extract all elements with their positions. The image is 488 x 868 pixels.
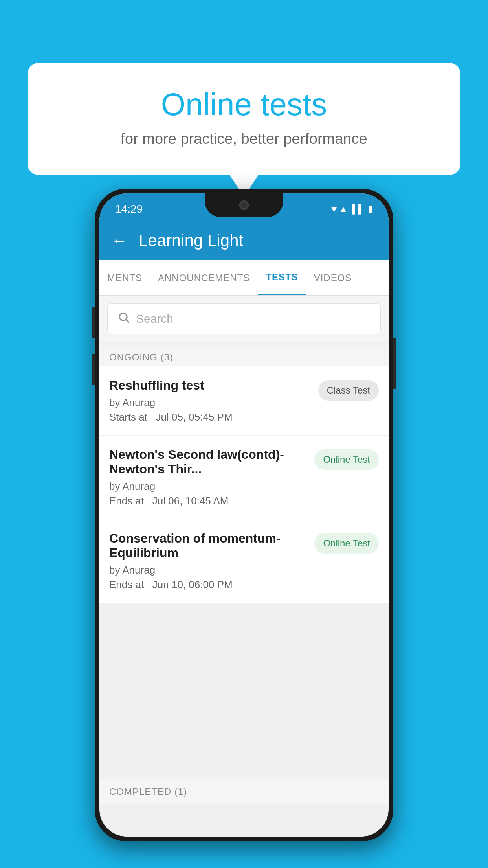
time-label-1: Starts at xyxy=(109,411,147,423)
search-container: Search xyxy=(99,296,389,342)
status-time: 14:29 xyxy=(115,203,143,215)
test-name-2: Newton's Second law(contd)-Newton's Thir… xyxy=(109,447,306,476)
test-item-2[interactable]: Newton's Second law(contd)-Newton's Thir… xyxy=(99,436,389,519)
badge-1: Class Test xyxy=(318,380,379,401)
test-author-3: by Anurag xyxy=(109,564,306,576)
test-time-2: Ends at Jul 06, 10:45 AM xyxy=(109,495,306,507)
time-label-3: Ends at xyxy=(109,579,144,590)
badge-3: Online Test xyxy=(314,533,379,554)
svg-point-0 xyxy=(119,313,127,320)
phone-container: 14:29 ▼▲ ▌▌ ▮ ← Learning Light MENTS ANN… xyxy=(95,189,393,841)
app-bar: ← Learning Light xyxy=(99,221,389,260)
test-info-3: Conservation of momentum-Equilibrium by … xyxy=(109,531,314,591)
tabs-container: MENTS ANNOUNCEMENTS TESTS VIDEOS xyxy=(99,260,389,296)
test-time-3: Ends at Jun 10, 06:00 PM xyxy=(109,579,306,591)
tab-announcements[interactable]: ANNOUNCEMENTS xyxy=(150,260,258,295)
test-author-1: by Anurag xyxy=(109,397,310,409)
app-title: Learning Light xyxy=(139,231,243,250)
wifi-icon: ▼▲ xyxy=(329,204,348,215)
phone-screen: 14:29 ▼▲ ▌▌ ▮ ← Learning Light MENTS ANN… xyxy=(99,193,389,837)
search-icon xyxy=(117,311,130,327)
tab-videos[interactable]: VIDEOS xyxy=(306,260,360,295)
bubble-title: Online tests xyxy=(47,86,441,123)
search-bar[interactable]: Search xyxy=(107,303,381,334)
test-item-3[interactable]: Conservation of momentum-Equilibrium by … xyxy=(99,519,389,603)
speech-bubble: Online tests for more practice, better p… xyxy=(28,63,460,175)
test-info-2: Newton's Second law(contd)-Newton's Thir… xyxy=(109,447,314,507)
time-value-2: Jul 06, 10:45 AM xyxy=(152,495,229,507)
completed-section-header: COMPLETED (1) xyxy=(99,779,389,804)
svg-line-1 xyxy=(126,320,129,322)
search-placeholder: Search xyxy=(136,312,173,326)
volume-down-button[interactable] xyxy=(92,354,95,385)
test-author-2: by Anurag xyxy=(109,480,306,493)
notch xyxy=(205,193,283,217)
test-name-1: Reshuffling test xyxy=(109,378,310,393)
camera xyxy=(239,200,249,210)
status-icons: ▼▲ ▌▌ ▮ xyxy=(329,204,373,215)
badge-2: Online Test xyxy=(314,449,379,470)
volume-up-button[interactable] xyxy=(92,307,95,338)
tab-ments[interactable]: MENTS xyxy=(99,260,150,295)
time-value-1: Jul 05, 05:45 PM xyxy=(156,411,233,423)
completed-label: COMPLETED (1) xyxy=(109,786,187,797)
time-label-2: Ends at xyxy=(109,495,144,507)
test-item-1[interactable]: Reshuffling test by Anurag Starts at Jul… xyxy=(99,366,389,436)
ongoing-label: ONGOING (3) xyxy=(109,352,173,362)
back-button[interactable]: ← xyxy=(111,232,127,250)
power-button[interactable] xyxy=(393,338,396,389)
tests-list: Reshuffling test by Anurag Starts at Jul… xyxy=(99,366,389,603)
signal-icon: ▌▌ xyxy=(352,204,364,214)
bubble-subtitle: for more practice, better performance xyxy=(47,131,441,147)
test-name-3: Conservation of momentum-Equilibrium xyxy=(109,531,306,560)
test-time-1: Starts at Jul 05, 05:45 PM xyxy=(109,411,310,423)
time-value-3: Jun 10, 06:00 PM xyxy=(152,579,233,590)
tab-tests[interactable]: TESTS xyxy=(258,260,306,295)
battery-icon: ▮ xyxy=(368,204,373,214)
test-info-1: Reshuffling test by Anurag Starts at Jul… xyxy=(109,378,318,423)
